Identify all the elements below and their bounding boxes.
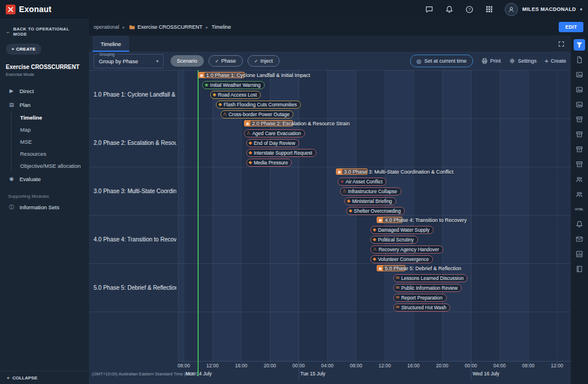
sidebar-item-label: Plan (20, 102, 30, 108)
sidebar-item-information-sets[interactable]: ⓘInformation Sets (0, 200, 89, 214)
print-button[interactable]: Print (481, 57, 501, 64)
sidebar-subtree: TimelineMapMSEResourcesObjective/MSE all… (11, 112, 89, 172)
sidebar-item-plan[interactable]: ▤Plan (0, 98, 89, 112)
set-current-time-button[interactable]: ◎ Set at current time (410, 55, 473, 67)
warning-icon: ⚠ (223, 112, 227, 117)
back-to-operational-link[interactable]: ← BACK TO OPERATIONAL MODE (0, 18, 89, 37)
mail-icon[interactable] (574, 233, 585, 245)
filter-chips: Scenario✓Phase✓Inject (171, 55, 280, 67)
sidebar-item-resources[interactable]: Resources (11, 148, 89, 160)
grouping-select[interactable]: Grouping Group by Phase ▾ (94, 54, 164, 68)
inject-chip[interactable]: ◆End of Day Review (246, 139, 299, 147)
bell-icon[interactable] (574, 218, 585, 230)
users-icon[interactable] (574, 174, 585, 185)
warning-icon: ⚠ (246, 131, 250, 136)
apps-grid-icon[interactable] (485, 5, 493, 13)
archive-icon[interactable] (574, 144, 585, 155)
gridline (184, 70, 184, 364)
diamond-icon: ◆ (349, 209, 352, 213)
chart-icon[interactable] (574, 248, 585, 260)
image-card-icon[interactable] (574, 99, 585, 110)
inject-chip[interactable]: ◆Damaged Water Supply (370, 226, 434, 234)
archive-icon[interactable] (574, 159, 585, 170)
tab-timeline[interactable]: Timeline (92, 36, 129, 52)
chat-icon[interactable] (425, 5, 434, 14)
filter-chip-phase[interactable]: ✓Phase (208, 55, 243, 67)
gridline (557, 70, 558, 364)
user-menu[interactable]: MILES MACDONALD ▾ (505, 3, 582, 16)
chevron-down-icon: ▾ (580, 7, 582, 12)
evaluate-icon: ◉ (8, 176, 15, 182)
filter-chip-label: Inject (260, 58, 273, 64)
book-icon[interactable] (574, 263, 585, 275)
phase-bar[interactable]: ▦ (244, 120, 293, 126)
sidebar-create-button[interactable]: + CREATE (6, 44, 41, 55)
sidebar-collapse-button[interactable]: « COLLAPSE (0, 371, 89, 384)
collapse-icon: « (7, 375, 9, 381)
document-icon[interactable] (574, 54, 585, 66)
phase-bar[interactable]: ▦ (377, 265, 405, 271)
sidebar-item-evaluate[interactable]: ◉Evaluate (0, 172, 89, 186)
image-card-icon[interactable] (574, 84, 585, 95)
breadcrumb-timeline[interactable]: Timeline (212, 24, 231, 30)
inject-chip[interactable]: ✉Report Preparation (393, 294, 447, 302)
inject-chip[interactable]: ◆Flash Flooding Cuts Communities (216, 101, 301, 109)
avatar (505, 3, 518, 16)
row-separator (89, 312, 571, 312)
exonaut-logo-icon (6, 5, 16, 14)
breadcrumb-operational[interactable]: operational (94, 24, 119, 30)
sidebar-item-objective-mse-allocation[interactable]: Objective/MSE allocation (11, 160, 89, 172)
filter-chip-inject[interactable]: ✓Inject (247, 55, 280, 67)
edit-button[interactable]: EDIT (559, 22, 583, 32)
inject-chip[interactable]: ⚠Cross-border Power Outage (220, 110, 293, 118)
settings-button[interactable]: Settings (509, 57, 537, 64)
phase-bar[interactable]: ▦ (198, 72, 245, 78)
inject-chip[interactable]: ◆Media Pressure (246, 159, 292, 167)
breadcrumb-separator-icon: ▸ (123, 25, 125, 30)
help-icon[interactable]: ? (465, 5, 474, 14)
archive-icon[interactable] (574, 129, 585, 140)
html-icon[interactable]: HTML (574, 203, 585, 215)
inject-chip[interactable]: ◆Volunteer Convergence (370, 255, 433, 263)
inject-chip[interactable]: ⚠Recovery Agency Handover (370, 245, 443, 254)
print-label: Print (490, 58, 501, 64)
notifications-icon[interactable] (445, 5, 454, 14)
phase-bar[interactable]: ▦ (377, 217, 403, 223)
create-label: CREATE (16, 47, 36, 52)
inject-chip[interactable]: ◆Political Scrutiny (370, 236, 418, 244)
inject-chip[interactable]: ◉Initial Weather Warning (202, 81, 265, 89)
inject-chip[interactable]: ◆Road Access Lost (210, 91, 261, 99)
phase-bar[interactable]: ▦ (336, 168, 368, 175)
sidebar-item-mse[interactable]: MSE (11, 136, 89, 148)
inject-chip[interactable]: ✉Structured Hot Wash (393, 304, 450, 312)
create-button[interactable]: + Create (545, 57, 566, 64)
axis-line (178, 361, 571, 362)
inject-chip[interactable]: ⚠Aged Care Evacuation (244, 129, 305, 137)
inject-chip[interactable]: ⊘Air Asset Conflict (338, 178, 386, 186)
breadcrumb-exercise[interactable]: Exercise CROSSCURRENT (138, 24, 203, 30)
plus-icon: + (545, 57, 548, 64)
inject-chip[interactable]: ◆Shelter Overcrowding (346, 207, 405, 215)
inject-chip[interactable]: ✉Public Information Review (393, 284, 462, 292)
sidebar-item-direct[interactable]: ▶Direct (0, 84, 89, 98)
inject-chip[interactable]: ✉Lessons Learned Discussion (393, 274, 467, 282)
conflict-icon: ⊘ (340, 179, 344, 184)
phase-icon: ▦ (377, 266, 383, 271)
inject-chip[interactable]: ⚠Infrastructure Collapse (340, 187, 401, 195)
timeline-canvas[interactable]: (GMT+10:00) Australian Eastern Standard … (89, 70, 571, 384)
users-icon[interactable] (574, 189, 585, 200)
image-card-icon[interactable] (574, 69, 585, 80)
sidebar-item-timeline[interactable]: Timeline (11, 112, 89, 124)
fullscreen-icon[interactable] (558, 40, 565, 48)
filter-chip-scenario[interactable]: Scenario (171, 55, 204, 67)
sidebar-item-label: Evaluate (20, 176, 41, 182)
inject-chip[interactable]: ◆Interstate Support Request (246, 149, 316, 157)
grid-band (442, 70, 471, 361)
inject-label: Air Asset Conflict (346, 179, 382, 185)
collapse-label: COLLAPSE (12, 375, 37, 381)
filter-icon[interactable] (574, 39, 585, 51)
inject-chip[interactable]: ◆Ministerial Briefing (345, 197, 396, 205)
inject-label: Political Scrutiny (378, 237, 413, 243)
sidebar-item-map[interactable]: Map (11, 124, 89, 136)
archive-icon[interactable] (574, 114, 585, 125)
